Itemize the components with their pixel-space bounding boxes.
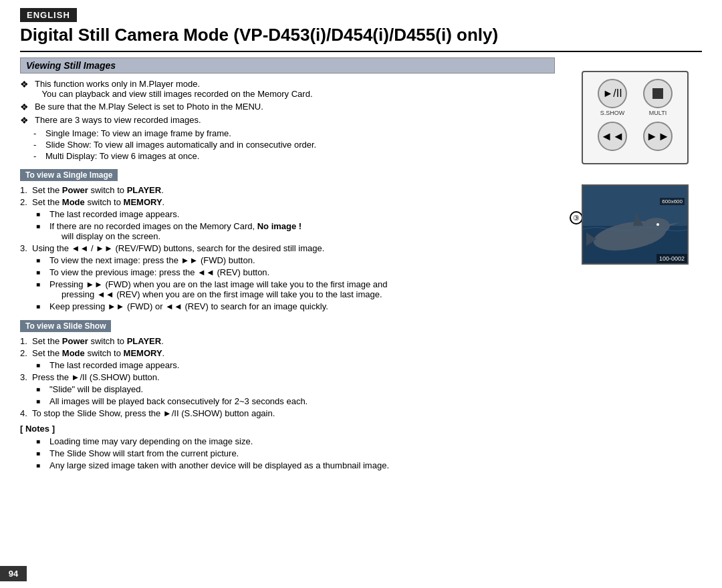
section-header: Viewing Still Images: [20, 57, 555, 74]
sq-text-3c: Pressing ►► (FWD) when you are on the la…: [49, 279, 388, 299]
language-badge: ENGLISH: [20, 8, 77, 22]
dash-2: -: [33, 140, 41, 150]
preview-circle-num: ③: [570, 211, 583, 225]
single-step-3: 3. Using the ◄◄ / ►► (REV/FWD) buttons, …: [20, 243, 555, 253]
single-bullet-3c: ■ Pressing ►► (FWD) when you are on the …: [36, 279, 555, 299]
sq-text-3d: Keep pressing ►► (FWD) or ◄◄ (REV) to se…: [49, 301, 328, 311]
note-1: ■ Loading time may vary depending on the…: [36, 436, 555, 446]
multi-label: MULTI: [649, 110, 667, 116]
note-3: ■ Any large sized image taken with anoth…: [36, 460, 555, 470]
sq-sym-3c: ■: [36, 279, 45, 299]
sq-sym-3b: ■: [36, 267, 45, 277]
svg-point-3: [643, 218, 670, 234]
sq-sym-2b: ■: [36, 221, 45, 241]
page-number: 94: [0, 566, 27, 581]
camera-preview: ③ ■ Slide 2/46 ◄: [582, 184, 689, 265]
dash-3: -: [33, 151, 41, 161]
slide-sq-text-3b: All images will be played back consecuti…: [49, 396, 308, 406]
step-num-2: 2.: [20, 197, 32, 207]
sq-text-3a: To view the next image: press the ►► (FW…: [49, 255, 255, 265]
sq-text-2a: The last recorded image appears.: [49, 209, 179, 219]
slide-step-3-text: Press the ►/II (S.SHOW) button.: [32, 372, 160, 382]
slide-sq-text-2a: The last recorded image appears.: [49, 360, 179, 370]
sq-text-3b: To view the previous image: press the ◄◄…: [49, 267, 269, 277]
bullet-symbol-1: ❖: [20, 79, 31, 99]
sq-sym-2a: ■: [36, 209, 45, 219]
way-3: - Multi Display: To view 6 images at onc…: [33, 151, 555, 161]
sq-sym-3d: ■: [36, 301, 45, 311]
preview-file-id: 100-0002: [656, 254, 687, 263]
intro-bullet-2: ❖ Be sure that the M.Play Select is set …: [20, 102, 555, 112]
play-pause-button: ►/II: [598, 79, 627, 108]
slide-step-4-text: To stop the Slide Show, press the ►/II (…: [32, 408, 275, 418]
step-1-text: Set the Power switch to PLAYER.: [32, 185, 164, 195]
step-2-text: Set the Mode switch to MEMORY.: [32, 197, 164, 207]
single-bullet-2a: ■ The last recorded image appears.: [36, 209, 555, 219]
slide-step-2-text: Set the Mode switch to MEMORY.: [32, 348, 164, 358]
bullet-text-3: There are 3 ways to view recorded images…: [35, 115, 555, 126]
note-sq-3: ■: [36, 460, 45, 470]
page-container: ENGLISH Digital Still Camera Mode (VP-D4…: [0, 0, 722, 588]
bullet-text-1: This function works only in M.Player mod…: [35, 79, 555, 99]
way-3-text: Multi Display: To view 6 images at once.: [45, 151, 199, 161]
step-num-3: 3.: [20, 243, 32, 253]
single-step-1: 1. Set the Power switch to PLAYER.: [20, 185, 555, 195]
slide-step-3: 3. Press the ►/II (S.SHOW) button.: [20, 372, 555, 382]
slide-step-1: 1. Set the Power switch to PLAYER.: [20, 336, 555, 346]
notes-section: [ Notes ] ■ Loading time may vary depend…: [20, 424, 555, 470]
single-bullet-3d: ■ Keep pressing ►► (FWD) or ◄◄ (REV) to …: [36, 301, 555, 311]
single-bullet-3a: ■ To view the next image: press the ►► (…: [36, 255, 555, 265]
slide-sq-sym-2a: ■: [36, 360, 45, 370]
preview-frame: ■ Slide 2/46 ◄: [582, 184, 689, 265]
slide-sq-sym-3a: ■: [36, 384, 45, 394]
sshow-label: S.SHOW: [600, 110, 625, 116]
svg-point-4: [656, 223, 659, 226]
step-num-1: 1.: [20, 185, 32, 195]
intro-bullet-1: ❖ This function works only in M.Player m…: [20, 79, 555, 99]
way-1: - Single Image: To view an image frame b…: [33, 128, 555, 138]
single-bullet-3b: ■ To view the previous image: press the …: [36, 267, 555, 277]
note-text-3: Any large sized image taken with another…: [49, 460, 389, 470]
single-bullet-2b: ■ If there are no recorded images on the…: [36, 221, 555, 241]
way-1-text: Single Image: To view an image frame by …: [45, 128, 231, 138]
sq-text-2b: If there are no recorded images on the M…: [49, 221, 302, 241]
slide-bullet-3b: ■ All images will be played back consecu…: [36, 396, 555, 406]
note-text-2: The Slide Show will start from the curre…: [49, 448, 239, 458]
slide-step-4: 4. To stop the Slide Show, press the ►/I…: [20, 408, 555, 418]
note-2: ■ The Slide Show will start from the cur…: [36, 448, 555, 458]
slide-bullet-2a: ■ The last recorded image appears.: [36, 360, 555, 370]
bullet-symbol-3: ❖: [20, 115, 31, 126]
step-3-text: Using the ◄◄ / ►► (REV/FWD) buttons, sea…: [32, 243, 324, 253]
way-2: - Slide Show: To view all images automat…: [33, 140, 555, 150]
fwd-button: ►►: [643, 122, 673, 151]
dash-1: -: [33, 128, 41, 138]
rev-button: ◄◄: [598, 122, 627, 151]
single-image-header: To view a Single Image: [20, 169, 118, 181]
single-step-2: 2. Set the Mode switch to MEMORY.: [20, 197, 555, 207]
slide-step-num-2: 2.: [20, 348, 32, 358]
note-sq-1: ■: [36, 436, 45, 446]
way-2-text: Slide Show: To view all images automatic…: [45, 140, 316, 150]
bullet-text-2: Be sure that the M.Play Select is set to…: [35, 102, 555, 112]
slide-bullet-3a: ■ "Slide" will be displayed.: [36, 384, 555, 394]
slide-sq-text-3a: "Slide" will be displayed.: [49, 384, 143, 394]
bullet-symbol-2: ❖: [20, 102, 31, 112]
control-panel-diagram: ►/II S.SHOW MULTI: [582, 71, 689, 164]
page-title: Digital Still Camera Mode (VP-D453(i)/D4…: [20, 25, 702, 52]
sq-sym-3a: ■: [36, 255, 45, 265]
right-column: ►/II S.SHOW MULTI: [568, 57, 702, 472]
slide-show-header: To view a Slide Show: [20, 320, 111, 332]
slide-step-num-4: 4.: [20, 408, 32, 418]
slide-step-2: 2. Set the Mode switch to MEMORY.: [20, 348, 555, 358]
intro-bullet-3: ❖ There are 3 ways to view recorded imag…: [20, 115, 555, 126]
slide-step-num-1: 1.: [20, 336, 32, 346]
note-text-1: Loading time may vary depending on the i…: [49, 436, 253, 446]
notes-label: [ Notes ]: [20, 424, 555, 434]
preview-resolution: 600x600: [660, 198, 685, 205]
stop-icon: [652, 88, 663, 99]
stop-button: [643, 79, 673, 108]
slide-step-num-3: 3.: [20, 372, 32, 382]
slide-sq-sym-3b: ■: [36, 396, 45, 406]
slide-step-1-text: Set the Power switch to PLAYER.: [32, 336, 164, 346]
note-sq-2: ■: [36, 448, 45, 458]
